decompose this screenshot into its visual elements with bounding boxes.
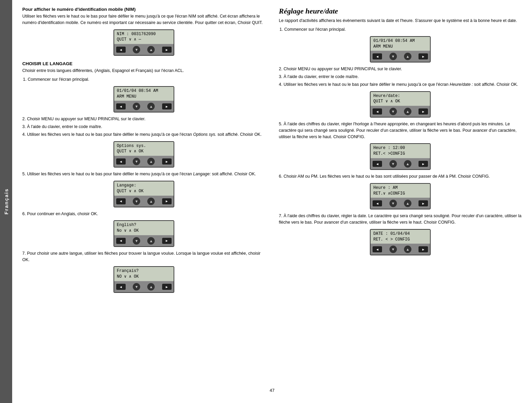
langage-step7-text: 7. Pour choisir une autre langue, utilis…: [22, 250, 265, 263]
lang-btn-up[interactable]: ▲: [147, 198, 155, 205]
lm-btn-up[interactable]: ▲: [147, 103, 155, 110]
heure-date-buttons: ◄ ▼ ▲ ►: [371, 106, 430, 117]
date-config-buttons: ◄ ▼ ▲ ►: [371, 244, 430, 255]
dc-btn-down[interactable]: ▼: [389, 246, 397, 253]
langage-section: CHOISIR LE LANGAGE Choisir entre trois l…: [22, 61, 265, 293]
heure-config-lcd: Heure : 12:00 RET.< >CONFIG ◄ ▼ ▲ ►: [370, 143, 431, 170]
lm-btn-right[interactable]: ►: [162, 103, 172, 109]
fr-btn-right[interactable]: ►: [162, 284, 172, 290]
nim-section-title: Pour afficher le numéro d'identification…: [22, 7, 265, 12]
langage-step5: 5. Utiliser les flèches vers le haut ou …: [22, 171, 265, 177]
opt-btn-right[interactable]: ►: [162, 158, 172, 165]
lm-btn-left[interactable]: ◄: [116, 103, 126, 109]
en-btn-down[interactable]: ▼: [133, 237, 140, 245]
heure-date-screen-wrapper: Heure/date: QUIT ∨ ∧ OK ◄ ▼ ▲ ►: [279, 91, 522, 118]
langage-steps: Commencer sur l'écran principal.: [28, 76, 265, 83]
fr-btn-left[interactable]: ◄: [116, 284, 126, 290]
right-section-title: Réglage heure/date: [279, 7, 522, 16]
right-step5: 5. À l'aide des chiffres du clavier, rég…: [279, 121, 522, 140]
langage-title: CHOISIR LE LANGAGE: [22, 61, 265, 66]
nim-lcd-buttons: ◄ ▼ ▲ ►: [114, 44, 174, 55]
langage-continued: 2. Choisir MENU ou appuyer sur MENU PRIN…: [22, 116, 265, 137]
right-main-buttons: ◄ ▼ ▲ ►: [371, 51, 430, 62]
date-config-line1: DATE : 01/04/04: [373, 231, 427, 237]
hd-btn-right[interactable]: ►: [419, 108, 428, 115]
ac-btn-up[interactable]: ▲: [404, 200, 411, 207]
ac-btn-down[interactable]: ▼: [389, 200, 397, 207]
hd-btn-down[interactable]: ▼: [389, 108, 397, 115]
date-config-lcd: DATE : 01/04/04 RET. < > CONFIG ◄ ▼ ▲ ►: [370, 229, 431, 256]
opt-btn-left[interactable]: ◄: [116, 158, 126, 165]
page-number: 47: [22, 388, 522, 393]
hd-btn-up[interactable]: ▲: [404, 108, 411, 115]
nim-btn-left[interactable]: ◄: [116, 47, 126, 53]
lang-btn-right[interactable]: ►: [162, 198, 172, 204]
hd-btn-left[interactable]: ◄: [373, 108, 382, 115]
heure-date-lcd: Heure/date: QUIT ∨ ∧ OK ◄ ▼ ▲ ►: [370, 91, 431, 118]
langage-main-buttons: ◄ ▼ ▲ ►: [114, 101, 174, 112]
heure-date-display: Heure/date: QUIT ∨ ∧ OK: [371, 92, 430, 106]
rm-btn-up[interactable]: ▲: [404, 53, 411, 60]
lang-btn-left[interactable]: ◄: [116, 198, 126, 204]
fr-btn-down[interactable]: ▼: [133, 283, 140, 291]
lm-btn-down[interactable]: ▼: [133, 103, 140, 110]
dc-btn-right[interactable]: ►: [419, 246, 428, 252]
nim-line2: QUIT ∨ ∧ —: [117, 37, 171, 43]
am-config-line1: Heure : AM: [373, 185, 427, 191]
right-step7-text: 7. À l'aide des chiffres du clavier, rég…: [279, 213, 522, 226]
dc-btn-up[interactable]: ▲: [404, 246, 411, 253]
langage-line1: Langage:: [117, 183, 171, 188]
hc-btn-up[interactable]: ▲: [404, 160, 411, 168]
rm-btn-left[interactable]: ◄: [373, 53, 382, 59]
hc-btn-down[interactable]: ▼: [389, 160, 397, 168]
date-config-display: DATE : 01/04/04 RET. < > CONFIG: [371, 230, 430, 244]
francais-line1: Français?: [117, 268, 171, 274]
nim-btn-down[interactable]: ▼: [133, 46, 140, 53]
right-main-screen-wrapper: 01/01/04 08:54 AM ARM MENU ◄ ▼ ▲ ►: [279, 36, 522, 63]
langage-step3: 3. À l'aide du clavier, entrer le code m…: [22, 124, 265, 130]
hc-btn-left[interactable]: ◄: [373, 161, 382, 167]
francais-lcd: Français? NO ∨ ∧ OK ◄ ▼ ▲ ►: [113, 266, 174, 293]
en-btn-left[interactable]: ◄: [116, 238, 126, 244]
right-steps-continued: 2. Choisir MENU ou appuyer sur MENU PRIN…: [279, 66, 522, 87]
dc-btn-left[interactable]: ◄: [373, 246, 382, 252]
en-btn-up[interactable]: ▲: [147, 237, 155, 245]
right-main-display: 01/01/04 08:54 AM ARM MENU: [371, 37, 430, 51]
english-line2: No ∨ ∧ OK: [117, 228, 171, 234]
rm-btn-down[interactable]: ▼: [389, 53, 397, 60]
langage-step6-text: 6. Pour continuer en Anglais, choisir OK…: [22, 211, 265, 217]
english-screen-wrapper: English? No ∨ ∧ OK ◄ ▼ ▲ ►: [22, 220, 265, 247]
right-steps-list: Commencer sur l'écran principal.: [284, 26, 522, 33]
langage-step6: 6. Pour continuer en Anglais, choisir OK…: [22, 211, 265, 217]
options-lcd: Options sys. QUIT ∨ ∧ OK ◄ ▼ ▲ ►: [113, 141, 174, 168]
heure-config-screen-wrapper: Heure : 12:00 RET.< >CONFIG ◄ ▼ ▲ ►: [279, 143, 522, 170]
options-screen-wrapper: Options sys. QUIT ∨ ∧ OK ◄ ▼ ▲ ►: [22, 141, 265, 168]
english-buttons: ◄ ▼ ▲ ►: [114, 235, 174, 246]
ac-btn-right[interactable]: ►: [419, 200, 428, 206]
nim-btn-up[interactable]: ▲: [147, 46, 155, 53]
am-config-buttons: ◄ ▼ ▲ ►: [371, 198, 430, 209]
nim-btn-right[interactable]: ►: [162, 47, 172, 53]
langage-line2: QUIT ∨ ∧ OK: [117, 188, 171, 194]
langage-step1: Commencer sur l'écran principal.: [28, 76, 265, 83]
lang-btn-down[interactable]: ▼: [133, 198, 140, 205]
en-btn-right[interactable]: ►: [162, 238, 172, 244]
nim-lcd-screen: NIM : 0031762090 QUIT ∨ ∧ — ◄ ▼ ▲ ►: [113, 29, 174, 56]
hc-btn-right[interactable]: ►: [419, 161, 428, 167]
langage-step2: 2. Choisir MENU ou appuyer sur MENU PRIN…: [22, 116, 265, 122]
right-main-line2: ARM MENU: [373, 44, 427, 50]
heure-date-line2: QUIT ∨ ∧ OK: [373, 99, 427, 104]
right-main-line1: 01/01/04 08:54 AM: [373, 38, 427, 44]
right-column: Réglage heure/date Le rapport d'activité…: [279, 7, 522, 382]
am-config-lcd: Heure : AM RET.∨ ∧CONFIG ◄ ▼ ▲ ►: [370, 183, 431, 210]
opt-btn-down[interactable]: ▼: [133, 158, 140, 165]
fr-btn-up[interactable]: ▲: [147, 283, 155, 291]
rm-btn-right[interactable]: ►: [419, 53, 428, 59]
opt-btn-up[interactable]: ▲: [147, 158, 155, 165]
date-config-line2: RET. < > CONFIG: [373, 237, 427, 243]
nim-screen-wrapper: NIM : 0031762090 QUIT ∨ ∧ — ◄ ▼ ▲ ►: [22, 29, 265, 56]
side-tab-label: Français: [3, 188, 9, 215]
right-step4-em: Heure/date :: [450, 82, 473, 87]
nim-body-text: Utiliser les flèches vers le haut ou le …: [22, 13, 265, 26]
ac-btn-left[interactable]: ◄: [373, 200, 382, 206]
